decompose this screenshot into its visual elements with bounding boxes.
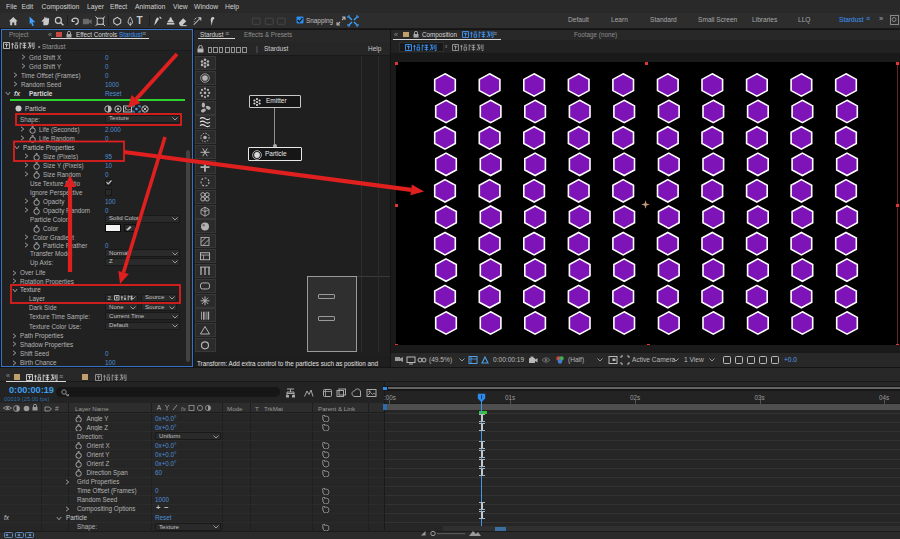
svg-text:fx: fx	[181, 406, 187, 412]
